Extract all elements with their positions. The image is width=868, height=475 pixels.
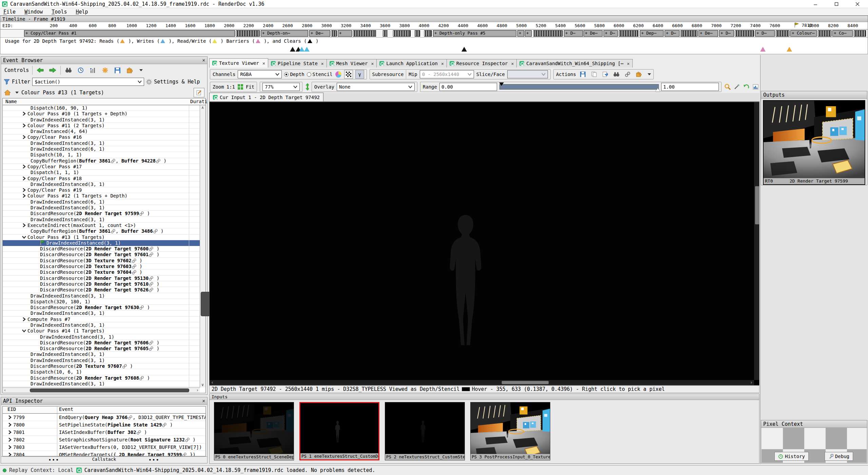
timeline-pass-segment[interactable] <box>331 30 337 37</box>
fit-icon[interactable] <box>237 84 243 90</box>
timeline-pass-segment[interactable]: + <box>517 30 524 37</box>
usage-marker-triangle[interactable] <box>461 47 467 52</box>
follow-link-button[interactable] <box>623 70 632 79</box>
event-row[interactable]: DiscardResource(2D Texture 97607 ) <box>3 363 200 369</box>
timeline-pass-segment[interactable]: + D⋯ <box>564 30 583 37</box>
event-row[interactable]: DiscardResource(2D Render Target 97606 ) <box>3 340 200 346</box>
timeline-pass-segment[interactable] <box>353 30 376 37</box>
tree-chevron-icon[interactable] <box>7 452 12 456</box>
range-slider[interactable] <box>499 83 659 91</box>
flip-y-icon[interactable] <box>305 83 309 91</box>
callstack-bar[interactable]: ••• Callstack ••• <box>1 456 207 463</box>
tab-resource-inspector[interactable]: Resource Inspector✕ <box>447 59 517 68</box>
event-row[interactable]: DrawIndexedInstanced(3, 1) <box>3 358 200 363</box>
tab-launch-application[interactable]: Launch Application✕ <box>376 59 447 68</box>
checkerboard-background-button[interactable] <box>344 70 353 79</box>
event-row[interactable]: Dispatch(10, 1, 1) <box>3 152 200 158</box>
color-wheel-icon[interactable] <box>335 71 342 78</box>
event-row[interactable]: DiscardResource(2D Render Target 97599 ) <box>3 211 200 216</box>
menu-file[interactable]: File <box>3 9 16 15</box>
event-row[interactable]: DrawIndexedInstanced(3, 1) <box>3 182 200 187</box>
event-row[interactable]: DiscardResource(2D Render Target 95130 ) <box>3 276 200 281</box>
reset-range-button[interactable] <box>743 82 750 91</box>
tree-chevron-icon[interactable] <box>22 328 26 333</box>
input-thumbnail[interactable]: PS 1 eneTexturesStruct_CustomDepthTextur <box>299 402 379 460</box>
event-row[interactable]: ExecuteIndirect(maxCount 1, count <1>) <box>3 223 200 228</box>
event-row[interactable]: DiscardResource(2D Render Target 97605 ) <box>3 346 200 352</box>
pixel-context-view[interactable]: History Debug <box>762 428 867 463</box>
tree-chevron-icon[interactable] <box>22 235 26 240</box>
tree-chevron-icon[interactable] <box>22 123 26 128</box>
event-row[interactable]: Copy/Clear Pass #17 <box>3 164 200 170</box>
event-row[interactable]: DiscardResource(2D Render Target 97610 ) <box>3 281 200 287</box>
event-row[interactable]: Colour Pass #12 (1 Targets + Depth) <box>3 193 200 199</box>
menu-help[interactable]: Help <box>76 9 88 15</box>
tree-chevron-icon[interactable] <box>22 135 26 139</box>
timeline-pass-segment[interactable]: + D⋯ <box>719 30 734 37</box>
event-row[interactable]: DrawInstanced(4, 64) <box>3 129 200 134</box>
timeline-pass-segment[interactable]: + De⋯ <box>309 30 330 37</box>
extensions-button[interactable] <box>125 66 134 75</box>
minimize-button[interactable] <box>805 0 826 8</box>
gear-icon[interactable] <box>146 79 152 85</box>
api-row[interactable]: 7803IASetVertexBuffers(0, D3D12_VERTEX_B… <box>3 443 205 451</box>
tree-chevron-icon[interactable] <box>7 422 12 427</box>
event-row[interactable]: DrawIndexedInstanced(3, 1) <box>3 334 200 340</box>
tab-mesh-viewer[interactable]: Mesh Viewer✕ <box>327 59 377 68</box>
maximize-button[interactable] <box>826 0 847 8</box>
texture-display[interactable]: ‹ › <box>209 102 760 385</box>
tree-chevron-icon[interactable] <box>22 111 26 116</box>
event-row[interactable]: Colour Pass #11 (2 Targets) <box>3 123 200 129</box>
usage-marker-triangle[interactable] <box>760 47 766 52</box>
event-row[interactable]: DrawIndexedInstanced(3, 1) <box>3 381 200 387</box>
home-icon[interactable] <box>4 90 11 95</box>
event-row[interactable]: DrawIndexedInstanced(3, 1) <box>3 205 200 211</box>
timeline-ruler[interactable]: EID: 20040060080010001200140016001800200… <box>0 22 868 30</box>
next-event-button[interactable] <box>48 66 57 75</box>
event-row[interactable]: Dispatch(10, 6, 1) <box>3 369 200 375</box>
tree-chevron-icon[interactable] <box>7 415 12 420</box>
texture-hscrollbar[interactable] <box>210 380 754 385</box>
range-black-point-handle[interactable] <box>499 82 504 86</box>
input-thumbnail[interactable]: PS 0 eneTexturesStruct_SceneDepthTextur <box>214 402 294 460</box>
event-row[interactable]: DiscardResource(2D Render Target 97600 ) <box>3 246 200 252</box>
timeline-pass-segment[interactable] <box>533 30 563 37</box>
timeline-pass-segment[interactable]: + Colour⋯ <box>790 30 817 37</box>
tab-close-icon[interactable]: ✕ <box>321 61 324 66</box>
timeline-pass-segment[interactable] <box>393 30 411 37</box>
event-row[interactable]: DrawIndexedInstanced(3, 1) <box>3 117 200 123</box>
timeline-pass-segment[interactable]: + Copy/Clear Pass #1 <box>24 30 235 37</box>
export-button[interactable] <box>113 66 122 75</box>
tree-chevron-icon[interactable] <box>7 445 12 450</box>
event-row[interactable]: DiscardResource(2D Texture 97604 ) <box>3 269 200 275</box>
find-event-button[interactable] <box>64 66 73 75</box>
timeline-pass-segment[interactable]: + D⋯ <box>604 30 618 37</box>
range-min-input[interactable]: 0.00 <box>439 83 497 91</box>
tab-texture-viewer[interactable]: Texture Viewer✕ <box>209 58 268 68</box>
event-row[interactable]: DrawIndexedInstanced(3, 1) <box>3 322 200 328</box>
fit-button[interactable]: Fit <box>246 84 254 90</box>
timeline-pass-segment[interactable]: + De⋯ <box>584 30 603 37</box>
event-row[interactable]: Colour Pass #13 (1 Targets) <box>3 234 200 240</box>
api-row[interactable]: 7799EndQuery(Query Heap 3766, D3D12_QUER… <box>3 414 205 421</box>
timeline-pass-segment[interactable]: + D⋯ <box>665 30 679 37</box>
depth-radio[interactable]: Depth <box>284 72 304 77</box>
scroll-left-icon[interactable]: ‹ <box>211 380 214 385</box>
event-row[interactable]: Copy/Clear Pass #18 <box>3 176 200 182</box>
settings-help-link[interactable]: Settings & Help <box>154 79 200 85</box>
event-tree-vscrollbar[interactable]: ∧ ∨ <box>200 105 205 387</box>
timeline-pass-segment[interactable] <box>776 30 789 37</box>
event-row[interactable]: Colour Pass #10 (1 Targets + Depth) <box>3 111 200 117</box>
stencil-radio[interactable]: Stencil <box>307 72 333 77</box>
event-row[interactable]: DrawIndexedInstanced(6, 1) <box>3 146 200 152</box>
usage-marker-triangle[interactable] <box>299 47 304 52</box>
event-tree-header[interactable]: Name Durati <box>3 98 205 105</box>
range-max-input[interactable]: 1.00 <box>661 83 719 91</box>
timeline-pass-segment[interactable] <box>680 30 697 37</box>
tree-chevron-icon[interactable] <box>22 188 26 192</box>
breadcrumb[interactable]: Colour Pass #13 (1 Targets) <box>21 90 104 96</box>
tab-close-icon[interactable]: ✕ <box>371 61 374 66</box>
scroll-right-icon[interactable]: › <box>750 380 753 385</box>
event-row[interactable]: DiscardResource(2D Render Target 97626 ) <box>3 287 200 293</box>
mip-select[interactable]: 0 - 2560x1440 <box>420 70 474 78</box>
